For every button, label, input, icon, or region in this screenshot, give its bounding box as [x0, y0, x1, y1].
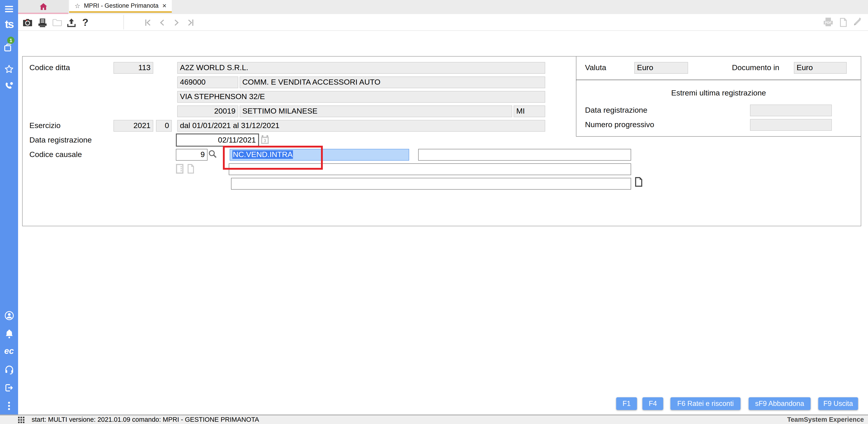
estremi-numero-progressivo-field [750, 119, 832, 131]
svg-text:PDF: PDF [825, 21, 832, 24]
estremi-data-registrazione-label: Data registrazione [585, 105, 647, 116]
screenshot-camera-button[interactable] [23, 18, 33, 27]
tab-title: MPRI - Gestione Primanota [84, 2, 158, 9]
notification-badge: 1 [7, 37, 14, 44]
nav-first-button[interactable] [145, 19, 151, 26]
esercizio-label: Esercizio [29, 120, 61, 132]
upload-button[interactable] [67, 18, 76, 28]
notifications-bell-icon[interactable] [0, 329, 18, 338]
indirizzo-field: VIA STEPHENSON 32/E [177, 91, 545, 103]
nav-previous-button[interactable] [160, 19, 164, 26]
journal-icon [176, 164, 184, 174]
home-icon [39, 2, 47, 10]
annotation-highlight-rectangle [223, 146, 323, 170]
panel-divider-horizontal-top [576, 80, 861, 80]
f1-button[interactable]: F1 [616, 397, 637, 410]
sf9-abbandona-button[interactable]: sF9 Abbandona [749, 397, 811, 410]
codice-ditta-field: 113 [114, 62, 153, 74]
data-registrazione-input[interactable]: 02/11/2021 [176, 134, 259, 147]
esercizio-sub-field: 0 [156, 120, 172, 132]
descrizione-aggiuntiva-input-2[interactable] [231, 178, 631, 190]
valuta-label: Valuta [585, 62, 606, 74]
panel-divider-horizontal-bottom [576, 136, 861, 137]
more-options-icon[interactable] [0, 401, 18, 411]
documento-in-label: Documento in [732, 62, 779, 74]
left-sidebar: ts 1 ec [0, 0, 18, 415]
open-folder-button[interactable] [53, 18, 62, 26]
nav-last-button[interactable] [187, 19, 194, 26]
codice-ditta-label: Codice ditta [29, 62, 70, 74]
edit-pencil-icon [852, 17, 862, 27]
provincia-field: MI [514, 106, 545, 117]
favorites-icon[interactable] [0, 64, 18, 74]
estremi-data-registrazione-field [750, 105, 832, 116]
attachment-page-icon[interactable] [635, 177, 643, 187]
logout-icon[interactable] [0, 383, 18, 393]
new-document-icon [839, 18, 847, 27]
app-grid-icon[interactable] [18, 417, 24, 424]
estremi-numero-progressivo-label: Numero progressivo [585, 119, 654, 131]
estremi-title: Estremi ultima registrazione [576, 89, 861, 98]
documents-icon[interactable]: 1 [0, 41, 18, 54]
documento-in-field: Euro [794, 62, 847, 74]
brand-label: TeamSystem Experience [787, 416, 864, 424]
pdf-print-icon: PDF [823, 17, 834, 27]
note-page-icon [187, 164, 194, 174]
comune-field: SETTIMO MILANESE [240, 106, 512, 117]
tab-bar: ☆ MPRI - Gestione Primanota ✕ [18, 0, 868, 14]
esercizio-periodo-field: dal 01/01/2021 al 31/12/2021 [177, 120, 545, 132]
toolbar-divider [123, 15, 124, 29]
status-bar: start: MULTI versione: 2021.01.09 comand… [0, 415, 868, 424]
valuta-field: Euro [634, 62, 688, 74]
codice-causale-label: Codice causale [29, 149, 82, 161]
help-button[interactable]: ? [82, 17, 88, 29]
user-icon[interactable] [0, 310, 18, 320]
search-icon[interactable] [209, 150, 217, 159]
phone-icon[interactable] [0, 81, 18, 91]
hamburger-menu-icon[interactable] [0, 4, 18, 14]
causale-extra-input[interactable] [418, 149, 631, 161]
status-text: start: MULTI versione: 2021.01.09 comand… [32, 416, 259, 424]
print-button[interactable] [38, 18, 47, 28]
cap-field: 20019 [177, 106, 238, 117]
nav-next-button[interactable] [174, 19, 179, 26]
tab-favorite-star-icon[interactable]: ☆ [74, 2, 80, 9]
descrizione-attivita-field: COMM. E VENDITA ACCESSORI AUTO [240, 77, 545, 88]
f9-uscita-button[interactable]: F9 Uscita [818, 397, 858, 410]
tab-home[interactable] [18, 0, 68, 14]
calendar-icon[interactable]: 3 [260, 135, 270, 145]
teamsystem-logo: ts [0, 17, 18, 31]
tab-close-icon[interactable]: ✕ [162, 2, 166, 9]
support-headset-icon[interactable] [0, 365, 18, 375]
ec-logo[interactable]: ec [0, 346, 18, 356]
f4-button[interactable]: F4 [643, 397, 663, 410]
codice-attivita-field: 469000 [177, 77, 238, 88]
codice-causale-input[interactable]: 9 [176, 149, 208, 161]
calendar-day-number: 3 [264, 139, 266, 143]
f6-ratei-e-risconti-button[interactable]: F6 Ratei e risconti [671, 397, 741, 410]
data-registrazione-label: Data registrazione [29, 134, 92, 146]
tab-active-gestione-primanota[interactable]: ☆ MPRI - Gestione Primanota ✕ [69, 0, 172, 13]
ragione-sociale-field: A2Z WORLD S.R.L. [177, 62, 545, 74]
esercizio-anno-field: 2021 [114, 120, 153, 132]
app-window: ts 1 ec ☆ [0, 0, 868, 424]
